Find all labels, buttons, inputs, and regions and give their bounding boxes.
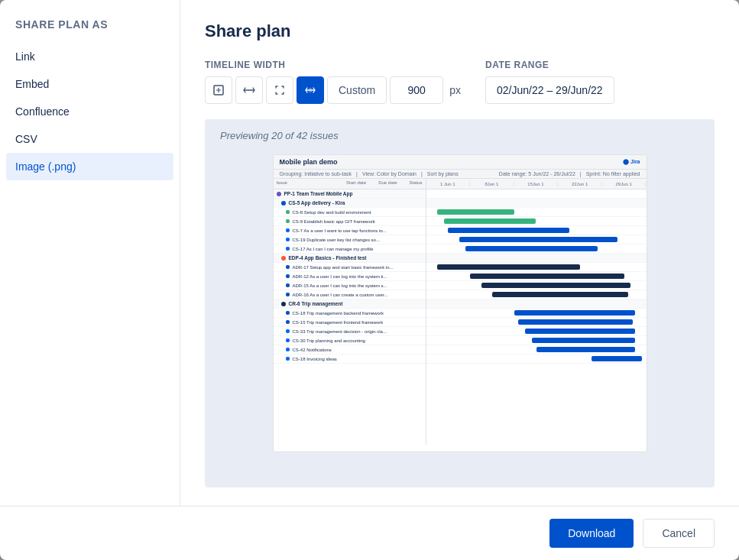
modal-body: Share plan as Link Embed Confluence CSV … bbox=[0, 0, 739, 506]
gantt-row: PP-1 Team Travel Mobile App bbox=[274, 189, 426, 199]
gantt-bar bbox=[470, 274, 624, 279]
gantt-bar bbox=[492, 292, 629, 297]
gantt-time-header: 1 Jun 1 8Jun 1 15Jun 1 22Jun 1 29Jun 1 bbox=[426, 179, 647, 189]
gantt-row: EDP-4 App Basics - Finished test bbox=[274, 254, 426, 263]
gantt-logo: ⬤ Jira bbox=[623, 159, 640, 165]
modal-title: Share plan bbox=[205, 21, 715, 41]
gantt-bars: 1 Jun 1 8Jun 1 15Jun 1 22Jun 1 29Jun 1 bbox=[426, 179, 647, 445]
gantt-header: Mobile plan demo ⬤ Jira bbox=[274, 155, 647, 170]
actual-size-button[interactable] bbox=[266, 76, 293, 104]
modal-footer: Download Cancel bbox=[0, 506, 739, 560]
gantt-row: CS-8 Setup dev and build environment bbox=[274, 208, 426, 217]
gantt-row: CR-6 Trip management bbox=[274, 299, 426, 309]
gantt-columns: Issue Start date Due date Status PP-1 Te… bbox=[274, 179, 647, 445]
gantt-row: ADR-16 As a user I can create a custom u… bbox=[274, 290, 426, 299]
gantt-row: CS-9 Establish basic app GIT framework bbox=[274, 217, 426, 226]
gantt-bar-row bbox=[426, 318, 647, 327]
gantt-row: CS-18 Trip management backend framework bbox=[274, 309, 426, 318]
gantt-row: CS-7 As a user I want to use tap functio… bbox=[274, 226, 426, 235]
gantt-row: CS-19 Duplicate user key list changes so… bbox=[274, 235, 426, 244]
gantt-bar-row bbox=[426, 281, 647, 290]
sidebar-item-embed[interactable]: Embed bbox=[0, 70, 180, 98]
gantt-bar-row bbox=[426, 299, 647, 309]
cancel-button[interactable]: Cancel bbox=[643, 519, 715, 548]
gantt-bar-row bbox=[426, 208, 647, 217]
gantt-row: CS-42 Notifications bbox=[274, 345, 426, 354]
gantt-bar bbox=[525, 329, 635, 334]
main-content: Share plan Timeline width bbox=[180, 0, 739, 506]
gantt-bar bbox=[481, 283, 631, 288]
gantt-bar bbox=[448, 228, 569, 233]
custom-size-button[interactable] bbox=[297, 76, 324, 104]
sidebar-item-csv[interactable]: CSV bbox=[0, 125, 180, 153]
gantt-bar-row bbox=[426, 345, 647, 354]
svg-rect-1 bbox=[309, 88, 312, 92]
fit-width-button[interactable] bbox=[235, 76, 263, 104]
gantt-bar-row bbox=[426, 309, 647, 318]
gantt-sub-header: Grouping: Initiative to sub-task | View:… bbox=[274, 170, 647, 179]
gantt-row: CS-33 Trip management decision - origin … bbox=[274, 327, 426, 336]
gantt-row: CS-15 Trip management frontend framework bbox=[274, 318, 426, 327]
gantt-row: ADR-17 Setup app and start basic framewo… bbox=[274, 263, 426, 272]
gantt-col-header: Issue Start date Due date Status bbox=[274, 179, 426, 189]
gantt-bar-row bbox=[426, 336, 647, 345]
controls-row: Timeline width bbox=[205, 60, 715, 104]
gantt-bar bbox=[536, 347, 636, 352]
gantt-bar-row bbox=[426, 235, 647, 244]
gantt-bar-rows bbox=[426, 189, 647, 445]
gantt-bar-row bbox=[426, 226, 647, 235]
sidebar-item-confluence[interactable]: Confluence bbox=[0, 98, 180, 125]
gantt-row: CS-30 Trip planning and accounting bbox=[274, 336, 426, 345]
width-input[interactable] bbox=[390, 76, 443, 104]
timeline-controls: Custom px bbox=[205, 76, 461, 104]
gantt-bar-row bbox=[426, 327, 647, 336]
gantt-title: Mobile plan demo bbox=[280, 158, 338, 166]
px-label: px bbox=[449, 84, 461, 96]
gantt-bar-row bbox=[426, 290, 647, 299]
gantt-bar bbox=[532, 338, 635, 343]
gantt-tasks: Issue Start date Due date Status PP-1 Te… bbox=[274, 179, 426, 445]
gantt-bar-row bbox=[426, 254, 647, 263]
sidebar-heading: Share plan as bbox=[0, 18, 180, 43]
gantt-row: CS-5 App delivery - Kira bbox=[274, 199, 426, 208]
gantt-bar bbox=[437, 209, 514, 215]
gantt-row: ADR-12 As a user I can log into the syst… bbox=[274, 272, 426, 281]
gantt-bar bbox=[444, 218, 536, 224]
sidebar-item-image-png[interactable]: Image (.png) bbox=[6, 153, 173, 180]
gantt-bar-row bbox=[426, 244, 647, 254]
preview-area: Previewing 20 of 42 issues Mobile plan d… bbox=[205, 119, 715, 487]
modal: Share plan as Link Embed Confluence CSV … bbox=[0, 0, 739, 560]
gantt-bar bbox=[514, 310, 635, 316]
date-range-label: Date range bbox=[485, 60, 614, 70]
custom-label-button[interactable]: Custom bbox=[327, 76, 387, 104]
gantt-row: ADR-15 As a user I can log into the syst… bbox=[274, 281, 426, 290]
sidebar-item-link[interactable]: Link bbox=[0, 43, 180, 70]
gantt-bar bbox=[518, 319, 633, 325]
fit-page-button[interactable] bbox=[205, 76, 232, 104]
date-range-button[interactable]: 02/Jun/22 – 29/Jun/22 bbox=[485, 76, 614, 104]
gantt-row: CS-17 As I can I can manage my profile bbox=[274, 244, 426, 254]
preview-image: Mobile plan demo ⬤ Jira Grouping: Initia… bbox=[273, 154, 647, 452]
gantt-bar-row bbox=[426, 272, 647, 281]
gantt-bar bbox=[437, 264, 580, 270]
date-range-group: Date range 02/Jun/22 – 29/Jun/22 bbox=[485, 60, 614, 104]
gantt-bar-row bbox=[426, 217, 647, 226]
modal-overlay: Share plan as Link Embed Confluence CSV … bbox=[0, 0, 739, 560]
gantt-bar-row bbox=[426, 199, 647, 208]
gantt-bar bbox=[465, 246, 598, 251]
gantt-bar-row bbox=[426, 354, 647, 364]
download-button[interactable]: Download bbox=[549, 519, 634, 548]
timeline-width-label: Timeline width bbox=[205, 60, 461, 70]
sidebar: Share plan as Link Embed Confluence CSV … bbox=[0, 0, 180, 506]
gantt-bar-row bbox=[426, 189, 647, 199]
gantt-row: CS-18 Invoicing ideas bbox=[274, 354, 426, 364]
preview-label: Previewing 20 of 42 issues bbox=[220, 130, 339, 141]
gantt-bar bbox=[592, 356, 642, 361]
timeline-width-group: Timeline width bbox=[205, 60, 461, 104]
gantt-bar bbox=[459, 237, 617, 242]
gantt-bar-row bbox=[426, 263, 647, 272]
